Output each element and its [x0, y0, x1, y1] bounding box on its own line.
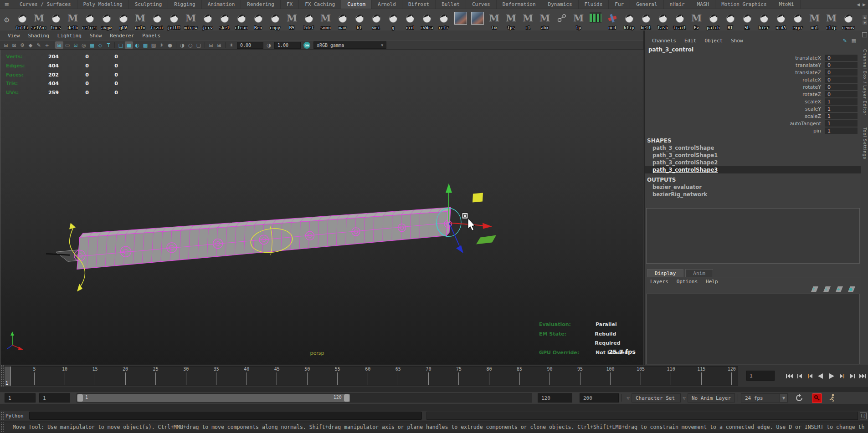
shelf-tab-curves-surfaces[interactable]: Curves / Surfaces	[14, 0, 77, 9]
snapshot-icon[interactable]: ⊟	[207, 41, 215, 49]
ambient-occlusion-icon[interactable]: ◑	[178, 41, 186, 49]
shape-item[interactable]: path_3_controlShape	[645, 144, 861, 152]
current-frame-marker[interactable]: 1	[5, 367, 10, 386]
shelf-item-cvWra[interactable]: cvWra	[418, 10, 435, 30]
shelf-item-ocd[interactable]: ocd	[604, 10, 621, 30]
shelf-item-g[interactable]: g	[385, 10, 401, 30]
shelf-item-bl[interactable]: bl	[351, 10, 368, 30]
attribute-value-field[interactable]: 0	[825, 69, 858, 76]
anim-layer-dropdown[interactable]: No Anim Layer	[688, 393, 735, 402]
attribute-value-field[interactable]: 1	[825, 120, 858, 127]
current-time-field[interactable]: 1	[746, 371, 775, 381]
shelf-item-clean[interactable]: clean	[233, 10, 250, 30]
range-slider[interactable]: 1 120	[77, 393, 532, 402]
new-empty-layer-icon[interactable]: +	[836, 286, 843, 292]
animation-end-field[interactable]: 200	[580, 393, 619, 402]
shelf-item-cl[interactable]: Mcl	[519, 10, 536, 30]
select-highlight-icon[interactable]: +	[43, 41, 51, 49]
shelf-tab-curves[interactable]: Curves	[466, 0, 497, 9]
shelf-item-Reo[interactable]: Reo	[250, 10, 267, 30]
shelf-item-lash[interactable]: lash	[654, 10, 671, 30]
attribute-value-field[interactable]: 1	[825, 113, 858, 119]
auto-keyframe-button[interactable]	[812, 393, 822, 403]
attribute-value-field[interactable]: 0	[825, 55, 858, 61]
time-slider-grip[interactable]	[0, 365, 4, 387]
shelf-tab-dynamics[interactable]: Dynamics	[542, 0, 579, 9]
attribute-label[interactable]: rotateY	[645, 84, 825, 90]
character-set-dropdown[interactable]: Character Set	[632, 393, 681, 402]
shelf-item-patch[interactable]: patch	[705, 10, 722, 30]
shape-item[interactable]: path_3_controlShape3	[645, 166, 861, 173]
shelf-item-tw[interactable]: Mtw	[486, 10, 503, 30]
go-to-end-button[interactable]	[858, 371, 868, 381]
shelf-item-SL[interactable]: SL	[739, 10, 755, 30]
motion-blur-icon[interactable]: ○	[186, 41, 195, 49]
shelf-item-delb[interactable]: Mdelb	[64, 10, 81, 30]
color-management-on-badge[interactable]: ON	[303, 42, 310, 49]
shelf-item-skel[interactable]: skel	[216, 10, 233, 30]
shelf-tab-custom[interactable]: Custom	[341, 0, 372, 9]
shelf-item-ocdA[interactable]: ocdA	[772, 10, 789, 30]
shelf-tab-motion-graphics[interactable]: Motion Graphics	[715, 0, 773, 9]
camera-icon[interactable]: ⊟	[2, 41, 10, 49]
shelf-item-jntUI[interactable]: jntUI	[165, 10, 182, 30]
shelf-item-gUV[interactable]: gUV	[115, 10, 132, 30]
safe-title-icon[interactable]: T	[104, 41, 113, 49]
shelf-item-mav[interactable]: mav	[334, 10, 351, 30]
sidebar-tab-tool-settings[interactable]: Tool Settings	[863, 127, 867, 159]
playback-loop-icon[interactable]	[795, 394, 803, 402]
command-line-input[interactable]	[29, 412, 422, 420]
isolate-select-icon[interactable]: ▢	[195, 41, 203, 49]
shelf-item-trail[interactable]: trail	[671, 10, 688, 30]
shelf-item-locs[interactable]: locs	[47, 10, 64, 30]
camera-lock-icon[interactable]: ⊠	[10, 41, 18, 49]
fps-dropdown[interactable]: 24 fps	[741, 393, 780, 402]
panel-menu-view[interactable]: View	[4, 33, 24, 39]
attribute-value-field[interactable]: 1	[825, 127, 858, 134]
sidebar-toggle-icon[interactable]	[862, 32, 867, 37]
shape-item[interactable]: path_3_controlShape2	[645, 159, 861, 166]
shelf-item-refre[interactable]: refre:	[81, 10, 98, 30]
shelf-item-clip[interactable]: Mclip	[823, 10, 840, 30]
camera-settings-icon[interactable]: ⚙	[18, 41, 26, 49]
pencil-icon[interactable]: ✎	[35, 41, 43, 49]
colorspace-dropdown[interactable]: sRGB gamma▼	[313, 41, 386, 49]
channel-sort-icon[interactable]: ✎	[842, 38, 847, 44]
shelf-item-avgw[interactable]: avgw	[98, 10, 115, 30]
move-layer-down-icon[interactable]: ↓	[823, 286, 831, 292]
textured-icon[interactable]: ◐	[133, 41, 141, 49]
textured-cube-icon[interactable]: ▩	[141, 41, 149, 49]
attribute-label[interactable]: pin	[645, 128, 825, 134]
shelf-item-expr[interactable]: expr	[789, 10, 806, 30]
shelf-gear-icon[interactable]: ⚙	[0, 10, 14, 30]
viewport-canvas[interactable]: Verts:20400Edges:40400Faces:20200Tris:40…	[0, 50, 643, 365]
panel-menu-show[interactable]: Show	[86, 33, 106, 39]
step-forward-frame-button[interactable]	[837, 371, 847, 381]
panel-menu-shading[interactable]: Shading	[24, 33, 53, 39]
layer-list[interactable]	[646, 294, 860, 364]
shelf-tab-sculpting[interactable]: Sculpting	[129, 0, 169, 9]
shelf-item-abx[interactable]: Mabx	[536, 10, 553, 30]
command-line-result[interactable]	[426, 412, 858, 420]
channel-box-node-name[interactable]: path_3_control	[645, 45, 861, 53]
gamma-field[interactable]: 1.00	[274, 42, 301, 49]
attribute-value-field[interactable]: 0	[825, 91, 858, 97]
script-editor-icon[interactable]: {;}	[860, 413, 867, 419]
attribute-label[interactable]: translateY	[645, 62, 825, 68]
help-line-grip[interactable]	[0, 423, 4, 432]
field-chart-icon[interactable]: ▦	[88, 41, 96, 49]
attribute-value-field[interactable]: 0	[825, 84, 858, 90]
shelf-tab-mtowi[interactable]: MtoWi	[773, 0, 801, 9]
shelf-tab-fluids[interactable]: Fluids	[579, 0, 609, 9]
attribute-label[interactable]: translateX	[645, 55, 825, 61]
animation-start-field[interactable]: 1	[5, 393, 36, 402]
tab-display[interactable]: Display	[647, 269, 683, 277]
multi-pane-icon[interactable]: ⊞	[215, 41, 223, 49]
channel-stats-icon[interactable]: ▦	[852, 38, 856, 44]
play-forwards-button[interactable]	[827, 371, 836, 381]
range-end-handle[interactable]	[344, 394, 349, 402]
channel-box-menu-edit[interactable]: Edit	[680, 38, 701, 44]
attribute-label[interactable]: scaleZ	[645, 113, 825, 119]
shelf-item-refr[interactable]: refr	[435, 10, 452, 30]
step-forward-key-button[interactable]	[847, 371, 857, 381]
